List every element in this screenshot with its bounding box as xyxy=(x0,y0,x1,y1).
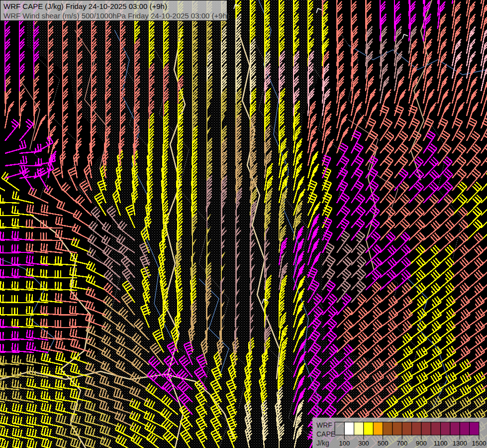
legend-tick-label: 500 xyxy=(378,440,389,447)
legend-tick-label: 1100 xyxy=(434,440,448,447)
legend-tick-label: 1500 xyxy=(472,440,486,447)
legend-cell xyxy=(441,422,450,435)
legend-cell xyxy=(392,422,402,435)
legend-cell xyxy=(470,422,479,435)
cape-colorbar: WRFCAPEJ/kg100300500700900110013001500 xyxy=(312,418,487,448)
title-cape-line: WRF CAPE (J/kg) Friday 24-10-2025 03:00 … xyxy=(3,1,227,11)
legend-cell xyxy=(412,422,421,435)
legend-cell xyxy=(383,422,392,435)
legend-cell xyxy=(450,422,460,435)
legend-tick-label: 300 xyxy=(358,440,369,447)
legend-label-jkg: J/kg xyxy=(316,439,329,447)
cape-legend: WRFCAPEJ/kg100300500700900110013001500 xyxy=(312,418,487,448)
title-box: WRF CAPE (J/kg) Friday 24-10-2025 03:00 … xyxy=(0,0,227,21)
legend-cell xyxy=(431,422,440,435)
legend-cell xyxy=(373,422,383,435)
legend-tick-label: 100 xyxy=(339,440,350,447)
legend-cell xyxy=(364,422,373,435)
legend-cell xyxy=(402,422,411,435)
legend-label-cape: CAPE xyxy=(316,430,335,438)
legend-cell xyxy=(354,422,364,435)
legend-cell xyxy=(344,422,354,435)
title-shear-line: WRF Wind shear (m/s) 500/1000hPa Friday … xyxy=(3,11,227,20)
legend-cell xyxy=(460,422,469,435)
legend-tick-label: 700 xyxy=(396,440,407,447)
wind-barb-map xyxy=(0,0,487,448)
weather-map-root: WRF CAPE (J/kg) Friday 24-10-2025 03:00 … xyxy=(0,0,487,448)
legend-label-wrf: WRF xyxy=(316,421,332,429)
legend-tick-label: 1300 xyxy=(453,440,467,447)
legend-cell xyxy=(421,422,431,435)
legend-cell xyxy=(335,422,344,435)
legend-tick-label: 900 xyxy=(416,440,427,447)
